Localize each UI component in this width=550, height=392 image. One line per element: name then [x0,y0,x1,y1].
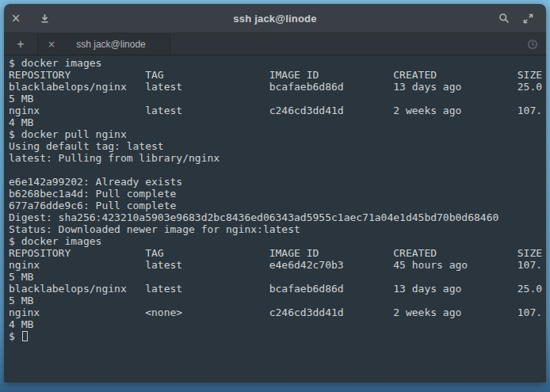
terminal-cursor [22,331,28,341]
tabbar: + × ssh jack@linode [4,33,546,55]
terminal-line: 677a76dde9c6: Pull complete [9,200,546,211]
history-button[interactable] [519,33,546,55]
terminal-output: $ docker imagesREPOSITORY TAG IMAGE ID C… [9,57,546,330]
terminal-line: REPOSITORY TAG IMAGE ID CREATED SIZE [9,247,546,259]
search-icon [498,13,510,24]
download-button[interactable] [32,4,56,33]
terminal-line: $ docker images [9,235,546,247]
terminal-line: 4 MB [9,116,546,128]
terminal-line: blacklabelops/nginx latest bcafaeb6d86d … [9,81,546,93]
close-icon: × [48,39,55,50]
terminal-line: Digest: sha256:423210a5903e9683d2bc8436e… [9,211,546,223]
terminal-line: $ docker images [9,57,546,69]
tab-label: ssh jack@linode [65,39,170,50]
terminal-prompt-line: $ [9,330,546,342]
download-icon [40,13,50,24]
terminal-line: 5 MB [9,93,546,105]
plus-icon: + [17,37,24,51]
terminal-line: e6e142a99202: Already exists [9,176,546,188]
terminal-line: $ docker pull nginx [9,128,546,140]
prompt-text: $ [9,330,21,342]
terminal-line: REPOSITORY TAG IMAGE ID CREATED SIZE [9,69,546,81]
terminal-line: nginx latest c246cd3dd41d 2 weeks ago 10… [9,105,546,116]
new-tab-button[interactable]: + [4,33,38,55]
terminal-line: 5 MB [9,295,546,306]
terminal-line: blacklabelops/nginx latest bcafaeb6d86d … [9,283,546,295]
tabbar-spacer [170,33,519,55]
tab-ssh-jack-linode[interactable]: × ssh jack@linode [38,33,170,55]
terminal-line: b6268bec1a4d: Pull complete [9,188,546,200]
terminal-window: × ssh jack@linode [4,4,546,382]
terminal-line: nginx latest e4e6d42c70b3 45 hours ago 1… [9,259,546,271]
terminal-line: Status: Downloaded newer image for nginx… [9,223,546,235]
terminal-area[interactable]: $ docker imagesREPOSITORY TAG IMAGE ID C… [4,55,546,382]
terminal-line: 4 MB [9,318,546,330]
close-window-button[interactable]: × [4,4,28,33]
terminal-line: 5 MB [9,271,546,283]
terminal-line: latest: Pulling from library/nginx [9,152,546,164]
terminal-line: nginx <none> c246cd3dd41d 2 weeks ago 10… [9,306,546,318]
terminal-line [9,164,546,176]
search-button[interactable] [492,4,516,33]
terminal-line: Using default tag: latest [9,140,546,152]
history-icon [527,39,538,50]
close-icon: × [11,13,21,25]
tab-close-button[interactable]: × [38,39,65,50]
window-title: ssh jack@linode [75,13,475,25]
desktop-wallpaper: { "titlebar": { "title": "ssh jack@linod… [0,0,550,392]
titlebar[interactable]: × ssh jack@linode [4,4,546,33]
expand-button[interactable] [516,4,540,33]
titlebar-right-controls [475,4,546,33]
titlebar-left-controls: × [4,4,75,33]
expand-icon [523,13,533,24]
